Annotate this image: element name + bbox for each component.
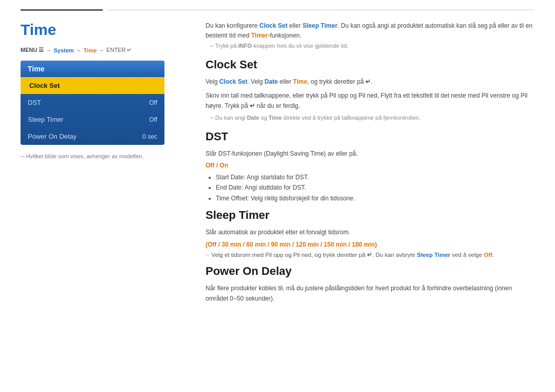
- section-sleep-timer: Sleep Timer Slår automatisk av produktet…: [206, 209, 534, 259]
- dst-bullet-1: Start Date: Angi startdato for DST.: [216, 172, 534, 182]
- clock-set-line1: Velg Clock Set. Velg Date eller Time, og…: [206, 77, 534, 87]
- breadcrumb-system: System: [53, 47, 73, 53]
- intro-timer: Timer: [251, 32, 268, 39]
- menu-item-label: Power On Delay: [28, 133, 77, 140]
- top-line-right: [108, 10, 534, 10]
- clock-set-note: Du kan angi Date og Time direkte ved å t…: [206, 115, 534, 121]
- section-clock-set: Clock Set Velg Clock Set. Velg Date elle…: [206, 58, 534, 120]
- intro-text: Du kan konfigurere Clock Set eller Sleep…: [206, 21, 534, 41]
- left-panel: Time MENU ☰ → System → Time → ENTER ↵ Ti…: [21, 21, 185, 309]
- menu-item-value: Off: [149, 99, 157, 106]
- power-on-delay-line1: Når flere produkter kobles til, må du ju…: [206, 283, 534, 304]
- menu-item-value: Off: [149, 116, 157, 123]
- dst-bullet-2: End Date: Angi sluttdato for DST.: [216, 182, 534, 193]
- section-title-sleep-timer: Sleep Timer: [206, 209, 534, 222]
- breadcrumb-enter: ENTER ↵: [106, 47, 132, 53]
- breadcrumb-time: Time: [84, 47, 97, 53]
- sleep-timer-note: Velg et tidsrom med Pil opp og Pil ned, …: [206, 250, 534, 259]
- sleep-timer-options: (Off / 30 min / 60 min / 90 min / 120 mi…: [206, 241, 534, 248]
- page-title: Time: [21, 21, 185, 39]
- top-line-left: [21, 9, 103, 11]
- footnote: Hvilket bilde som vises, avhenger av mod…: [21, 153, 185, 159]
- intro-clock-set: Clock Set: [260, 22, 288, 29]
- intro-note: Trykk på INFO-knappen hvis du vil vise g…: [206, 43, 534, 49]
- menu-item-dst[interactable]: DSTOff: [21, 94, 164, 111]
- dst-bullet-3: Time Offset: Velg riktig tidsforskjell f…: [216, 193, 534, 203]
- right-panel: Du kan konfigurere Clock Set eller Sleep…: [200, 21, 534, 309]
- menu-item-label: Clock Set: [29, 82, 60, 89]
- clock-set-line2: Skriv inn tall med tallknappene, eller t…: [206, 90, 534, 111]
- menu-item-label: DST: [28, 99, 41, 106]
- menu-item-power-on-delay[interactable]: Power On Delay0 sec: [21, 128, 164, 145]
- top-line: [0, 0, 555, 11]
- menu-item-value: 0 sec: [142, 133, 157, 140]
- menu-header: Time: [21, 61, 164, 77]
- section-power-on-delay: Power On Delay Når flere produkter koble…: [206, 265, 534, 304]
- dst-line1: Slår DST-funksjonen (Daylight Saving Tim…: [206, 148, 534, 159]
- intro-sleep-timer: Sleep Timer: [303, 22, 338, 29]
- menu-box: Time Clock SetDSTOffSleep TimerOffPower …: [21, 61, 164, 145]
- menu-item-sleep-timer[interactable]: Sleep TimerOff: [21, 111, 164, 128]
- dst-options: Off / On: [206, 162, 534, 169]
- breadcrumb-menu: MENU ☰: [21, 47, 44, 53]
- breadcrumb: MENU ☰ → System → Time → ENTER ↵: [21, 47, 185, 53]
- dst-bullets: Start Date: Angi startdato for DST. End …: [216, 172, 534, 203]
- sleep-timer-line1: Slår automatisk av produktet etter et fo…: [206, 227, 534, 237]
- menu-item-label: Sleep Timer: [28, 116, 63, 123]
- section-dst: DST Slår DST-funksjonen (Daylight Saving…: [206, 130, 534, 204]
- section-title-power-on-delay: Power On Delay: [206, 265, 534, 278]
- menu-item-clock-set[interactable]: Clock Set: [21, 77, 164, 94]
- section-title-dst: DST: [206, 130, 534, 143]
- section-title-clock-set: Clock Set: [206, 58, 534, 71]
